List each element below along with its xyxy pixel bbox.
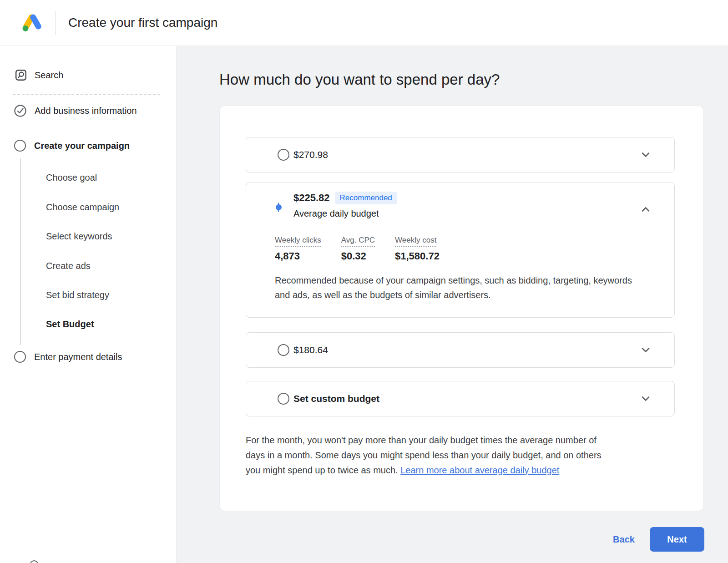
steps-sidebar: Search Add business information Create y… — [0, 46, 176, 563]
radio-button[interactable] — [278, 149, 289, 161]
stat-avg-cpc: Avg. CPC $0.32 — [341, 236, 375, 262]
substep-connector-line — [20, 158, 21, 345]
sidebar-step-create-campaign[interactable]: Create your campaign — [14, 140, 130, 152]
budget-amount: $270.98 — [293, 149, 328, 160]
stat-weekly-cost: Weekly cost $1,580.72 — [395, 236, 440, 262]
chevron-up-icon[interactable] — [639, 203, 652, 216]
chevron-down-icon[interactable] — [639, 148, 652, 161]
budget-option-custom[interactable]: Set custom budget — [246, 381, 675, 416]
sidebar-search-label: Search — [35, 70, 63, 81]
radio-button-selected[interactable] — [278, 203, 279, 212]
bottom-partial-icon[interactable] — [30, 560, 38, 563]
search-icon — [15, 69, 27, 81]
page-title: Create your first campaign — [68, 0, 217, 46]
chevron-down-icon[interactable] — [639, 392, 652, 405]
sidebar-substep-set-bid-strategy[interactable]: Set bid strategy — [46, 290, 109, 300]
sidebar-item-search[interactable]: Search — [15, 69, 63, 81]
sidebar-step-business-info[interactable]: Add business information — [14, 105, 137, 117]
sidebar-substep-choose-campaign[interactable]: Choose campaign — [46, 202, 119, 213]
check-circle-icon — [14, 105, 26, 117]
sidebar-step-payment-details[interactable]: Enter payment details — [14, 351, 122, 363]
budget-amount: Set custom budget — [293, 393, 379, 404]
budget-stats: Weekly clicks 4,873 Avg. CPC $0.32 Weekl… — [275, 236, 460, 262]
sidebar-substep-select-keywords[interactable]: Select keywords — [46, 231, 112, 242]
budget-footnote: For the month, you won't pay more than y… — [246, 433, 602, 478]
stat-value: 4,873 — [275, 250, 321, 262]
next-button[interactable]: Next — [650, 527, 704, 552]
empty-circle-icon — [14, 351, 26, 363]
sidebar-substep-create-ads[interactable]: Create ads — [46, 261, 91, 271]
sidebar-divider — [13, 94, 160, 95]
sidebar-substep-choose-goal[interactable]: Choose goal — [46, 172, 97, 183]
radio-button[interactable] — [278, 344, 289, 356]
recommended-badge: Recommended — [335, 192, 397, 204]
budget-option-180[interactable]: $180.64 — [246, 332, 675, 368]
learn-more-link[interactable]: Learn more about average daily budget — [400, 465, 559, 475]
sidebar-substep-set-budget[interactable]: Set Budget — [46, 319, 94, 330]
budget-option-225-recommended[interactable]: $225.82 Recommended Average daily budget… — [246, 183, 675, 318]
stat-label[interactable]: Weekly cost — [395, 236, 436, 247]
radio-button[interactable] — [278, 393, 289, 405]
stat-weekly-clicks: Weekly clicks 4,873 — [275, 236, 321, 262]
budget-options-card: $270.98 $225.82 Recommended Average dail… — [219, 106, 704, 511]
budget-amount: $225.82 — [293, 192, 330, 204]
footnote-text: you might spend up to twice as much. — [246, 465, 400, 475]
back-button[interactable]: Back — [606, 531, 642, 548]
sidebar-step-label: Add business information — [35, 106, 137, 116]
header-divider — [56, 11, 56, 35]
stat-value: $1,580.72 — [395, 250, 440, 262]
stat-value: $0.32 — [341, 250, 375, 262]
footnote-line: days in a month. Some days you might spe… — [246, 448, 602, 463]
app-header: Create your first campaign — [0, 0, 728, 46]
question-heading: How much do you want to spend per day? — [219, 71, 500, 88]
stat-label[interactable]: Weekly clicks — [275, 236, 321, 247]
empty-circle-icon — [14, 140, 26, 152]
budget-sublabel: Average daily budget — [293, 208, 379, 219]
footnote-line: For the month, you won't pay more than y… — [246, 433, 602, 448]
footnote-line: you might spend up to twice as much. Lea… — [246, 463, 602, 478]
recommendation-description: Recommended because of your campaign set… — [275, 273, 643, 302]
budget-option-270[interactable]: $270.98 — [246, 137, 675, 172]
sidebar-step-label: Enter payment details — [34, 352, 122, 362]
main-content: How much do you want to spend per day? $… — [176, 46, 728, 563]
stat-label[interactable]: Avg. CPC — [341, 236, 375, 247]
budget-amount: $180.64 — [293, 345, 328, 355]
chevron-down-icon[interactable] — [639, 344, 652, 356]
google-ads-logo-icon — [22, 13, 43, 32]
sidebar-step-label: Create your campaign — [34, 141, 130, 151]
